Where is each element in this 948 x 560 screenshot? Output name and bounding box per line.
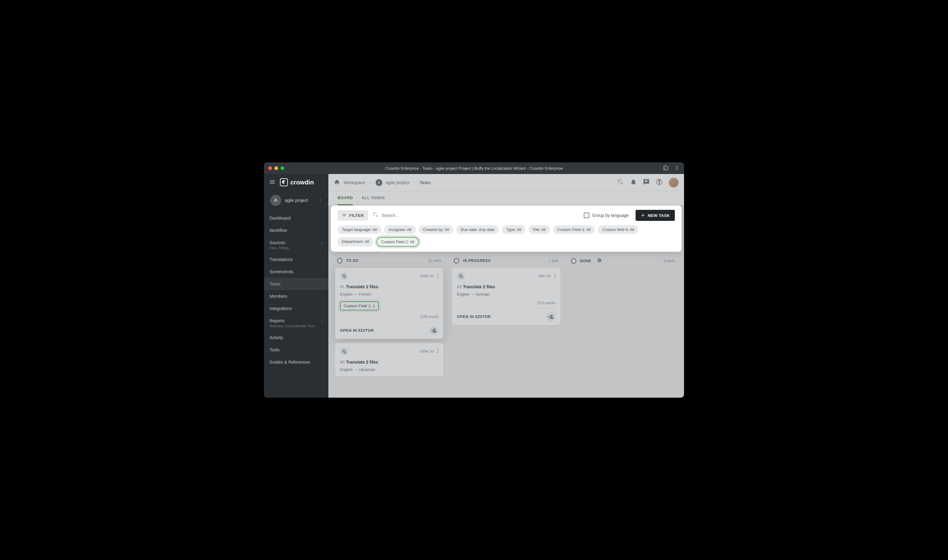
maximize-window-icon[interactable] (281, 166, 284, 170)
sidebar-item-screenshots[interactable]: Screenshots (264, 266, 328, 278)
task-card-1[interactable]: 169w 3d #1 Translate 2 files English→Fre… (335, 268, 443, 339)
card-age: 169w 3d (420, 349, 434, 354)
svg-point-9 (554, 273, 555, 274)
board: TO DO 10 tasks 169w 3d #1 Translate 2 fi… (328, 252, 684, 398)
more-menu-icon[interactable] (674, 165, 680, 172)
breadcrumb-current: Tasks (420, 180, 431, 185)
sidebar-item-dashboard[interactable]: Dashboard (264, 212, 328, 224)
assign-user-button[interactable] (429, 326, 438, 335)
window-title: Crowdin Enterprise - Tasks - agile proje… (385, 166, 563, 171)
card-age: 169w 3d (420, 274, 434, 278)
chevron-right-icon (369, 180, 372, 185)
breadcrumb-project[interactable]: agile project (386, 180, 409, 185)
sidebar-item-sources[interactable]: Sources Files, Strings (264, 237, 328, 253)
project-avatar: A (270, 195, 281, 206)
sidebar-item-members[interactable]: Members (264, 290, 328, 302)
column-title: IN PROGRESS (463, 258, 491, 263)
filter-icon (342, 213, 347, 218)
card-languages: English→Ukrainian (340, 368, 438, 372)
chat-icon[interactable] (643, 178, 650, 186)
chip-due-date[interactable]: Due date: Any date (456, 225, 499, 234)
svg-point-3 (437, 273, 438, 274)
logo-icon (280, 178, 288, 186)
column-count: 0 tasks (664, 259, 675, 263)
logo[interactable]: crowdin (280, 178, 314, 186)
chip-custom-field-3[interactable]: Custom Field 3: All (553, 225, 595, 234)
card-languages: English→German (457, 292, 555, 297)
chip-file[interactable]: File: All (528, 225, 550, 234)
card-title: #1 Translate 2 files (340, 284, 438, 289)
group-by-language-checkbox[interactable]: Group by language (584, 212, 629, 218)
search-icon[interactable] (372, 212, 379, 219)
chip-department[interactable]: Department: All (338, 237, 374, 247)
card-age: 60w 3d (539, 274, 551, 278)
main-area: Workspace A agile project Tasks BOARD (328, 174, 684, 398)
custom-field-badge[interactable]: Custom Field 2: 1 (340, 302, 379, 310)
svg-point-10 (554, 275, 555, 276)
home-icon[interactable] (334, 179, 340, 186)
sidebar-item-integrations[interactable]: Integrations (264, 302, 328, 315)
card-more-icon[interactable] (437, 348, 438, 354)
card-words: 0/10 words (457, 301, 555, 308)
svg-point-0 (677, 166, 678, 167)
chip-target-language[interactable]: Target language: All (338, 225, 381, 234)
open-in-editor-button[interactable]: OPEN IN EDITOR (340, 328, 374, 333)
svg-point-6 (437, 348, 438, 349)
close-window-icon[interactable] (268, 166, 272, 170)
tab-all-tasks[interactable]: ALL TASKS (361, 191, 385, 205)
filter-chips: Target language: All Assignee: All Creat… (338, 225, 675, 247)
app-window: Crowdin Enterprise - Tasks - agile proje… (264, 162, 684, 398)
chip-custom-field-2[interactable]: Custom Field 2: All (377, 237, 419, 247)
column-done: DONE 0 tasks (569, 257, 677, 393)
task-card-3[interactable]: 60w 3d #3 Translate 2 files English→Germ… (452, 268, 560, 325)
extension-icon[interactable] (663, 165, 669, 172)
sidebar-item-activity[interactable]: Activity (264, 331, 328, 344)
chip-type[interactable]: Type: All (502, 225, 525, 234)
menu-icon[interactable] (269, 178, 276, 186)
tabs: BOARD ALL TASKS (328, 191, 684, 206)
plus-icon (641, 213, 645, 218)
card-more-icon[interactable] (554, 273, 556, 279)
breadcrumb-workspace[interactable]: Workspace (344, 180, 365, 185)
sidebar: crowdin A agile project Dashboard Workfl… (264, 174, 328, 398)
assign-user-button[interactable] (547, 312, 556, 322)
tab-board[interactable]: BOARD (338, 191, 353, 205)
bell-icon[interactable] (630, 178, 637, 186)
task-card-5[interactable]: 169w 3d #5 Translate 2 files English→Ukr… (335, 343, 443, 376)
chip-assignee[interactable]: Assignee: All (384, 225, 415, 234)
status-circle-icon (337, 258, 343, 263)
filter-button[interactable]: FILTER (338, 210, 368, 221)
search-input[interactable] (382, 213, 579, 218)
sidebar-item-tasks[interactable]: Tasks (264, 278, 328, 290)
minimize-window-icon[interactable] (275, 166, 278, 170)
svg-point-1 (677, 167, 678, 168)
status-circle-icon (571, 258, 576, 264)
svg-point-4 (437, 275, 438, 276)
chip-created-by[interactable]: Created by: All (419, 225, 454, 234)
user-avatar[interactable] (669, 178, 678, 188)
topbar: Workspace A agile project Tasks (328, 174, 684, 191)
translate-icon (457, 272, 465, 280)
titlebar: Crowdin Enterprise - Tasks - agile proje… (264, 162, 684, 174)
card-more-icon[interactable] (437, 273, 438, 279)
chip-custom-field-4[interactable]: Custom field 4: All (598, 225, 638, 234)
column-title: TO DO (346, 258, 359, 263)
open-in-editor-button[interactable]: OPEN IN EDITOR (457, 315, 491, 319)
breadcrumb: Workspace A agile project Tasks (334, 179, 431, 186)
info-icon[interactable] (595, 258, 602, 264)
sidebar-item-workflow[interactable]: Workflow (264, 224, 328, 237)
traffic-lights[interactable] (268, 166, 284, 170)
help-icon[interactable] (656, 178, 662, 186)
search-icon[interactable] (617, 178, 624, 186)
sidebar-item-reports[interactable]: Reports Overview, Cost estimate, Tran... (264, 315, 328, 331)
sidebar-item-tools[interactable]: Tools (264, 344, 328, 356)
sidebar-item-guides[interactable]: Guides & References (264, 356, 328, 368)
chevron-right-icon (320, 319, 323, 324)
project-selector[interactable]: A agile project (268, 193, 325, 208)
translate-icon (340, 348, 348, 355)
sidebar-item-translations[interactable]: Translations (264, 253, 328, 266)
svg-point-11 (554, 277, 555, 278)
new-task-button[interactable]: NEW TASK (636, 210, 675, 221)
chevron-right-icon (320, 241, 323, 246)
card-title: #3 Translate 2 files (457, 284, 555, 289)
